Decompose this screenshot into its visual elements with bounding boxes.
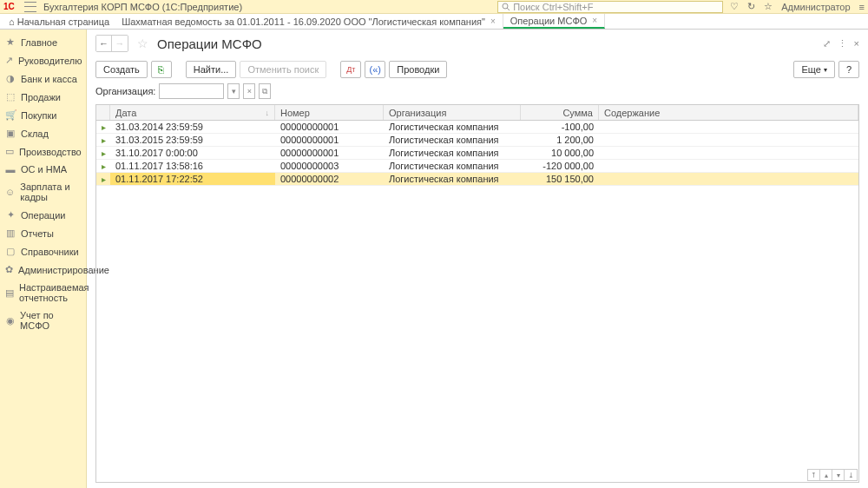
history-icon[interactable]: ↻ — [747, 1, 755, 12]
link-icon[interactable]: ⤢ — [823, 38, 831, 49]
data-grid: Дата↓ Номер Организация Сумма Содержание… — [95, 104, 859, 483]
search-placeholder: Поиск Ctrl+Shift+F — [513, 2, 593, 12]
settings-icon[interactable]: ≡ — [859, 2, 865, 12]
table-row[interactable]: ▸01.11.2017 17:22:5200000000002Логистиче… — [96, 173, 858, 186]
tab-label: Шахматная ведомость за 01.01.2011 - 16.0… — [122, 16, 485, 27]
menu-icon[interactable] — [24, 2, 36, 12]
close-icon[interactable]: × — [854, 38, 859, 49]
user-label[interactable]: Администратор — [781, 2, 850, 12]
app-logo: 1C — [3, 2, 21, 12]
sidebar-item-assets[interactable]: ▬ОС и НМА — [0, 161, 86, 178]
cell-date: 31.03.2014 23:59:59 — [110, 121, 275, 133]
cell-number: 00000000003 — [275, 160, 384, 172]
cell-number: 00000000001 — [275, 134, 384, 146]
col-org[interactable]: Организация — [384, 105, 521, 120]
col-icon[interactable] — [96, 105, 110, 120]
truck-icon: ▬ — [5, 164, 16, 175]
home-tab-label: Начальная страница — [17, 16, 109, 27]
sidebar-item-admin[interactable]: ✿Администрирование — [0, 260, 86, 279]
doc-icon: ▤ — [5, 287, 14, 299]
sidebar-item-production[interactable]: ▭Производство — [0, 142, 86, 161]
scroll-up-icon[interactable]: ▴ — [820, 470, 832, 480]
close-icon[interactable]: × — [592, 16, 597, 25]
cell-sum: -100,00 — [521, 121, 599, 133]
postings-button[interactable]: Проводки — [389, 61, 447, 78]
bell-icon[interactable]: ♡ — [730, 1, 739, 12]
cell-date: 31.10.2017 0:00:00 — [110, 147, 275, 159]
col-desc[interactable]: Содержание — [599, 105, 858, 120]
more-icon[interactable]: ⋮ — [838, 38, 847, 49]
sidebar-item-ifrs[interactable]: ◉Учет по МСФО — [0, 307, 86, 334]
favorite-icon[interactable]: ☆ — [137, 36, 148, 50]
dt-kt-button[interactable]: Дт — [340, 61, 361, 78]
bank-icon: ◑ — [5, 73, 16, 84]
nav-buttons: ← → — [95, 35, 128, 52]
cell-date: 01.11.2017 17:22:52 — [110, 173, 275, 185]
cell-sum: 1 200,00 — [521, 134, 599, 146]
cell-org: Логистическая компания — [384, 160, 521, 172]
table-row[interactable]: ▸01.11.2017 13:58:1600000000003Логистиче… — [96, 160, 858, 173]
doc-icon: ▸ — [102, 135, 106, 145]
cell-org: Логистическая компания — [384, 173, 521, 185]
star-icon[interactable]: ☆ — [764, 1, 773, 12]
cell-org: Логистическая компания — [384, 121, 521, 133]
more-button[interactable]: Еще — [793, 61, 834, 78]
home-tab[interactable]: ⌂ Начальная страница — [3, 14, 115, 29]
sidebar-item-manager[interactable]: ↗Руководителю — [0, 51, 86, 69]
table-row[interactable]: ▸31.03.2015 23:59:5900000000001Логистиче… — [96, 134, 858, 147]
doc-icon: ▸ — [102, 175, 106, 184]
sidebar-item-main[interactable]: ★Главное — [0, 33, 86, 51]
search-input[interactable]: Поиск Ctrl+Shift+F — [497, 1, 723, 13]
sidebar-item-custom-reports[interactable]: ▤Настраиваемая отчетность — [0, 279, 86, 307]
svg-line-1 — [507, 8, 510, 10]
col-number[interactable]: Номер — [275, 105, 384, 120]
org-clear-button[interactable]: × — [243, 83, 255, 99]
scroll-down-icon[interactable]: ▾ — [832, 470, 845, 480]
ops-icon: ✦ — [5, 209, 16, 221]
back-button[interactable]: ← — [96, 36, 112, 51]
sidebar-item-purchases[interactable]: 🛒Покупки — [0, 106, 86, 124]
org-label: Организация: — [95, 86, 155, 96]
factory-icon: ▭ — [5, 146, 14, 157]
cell-number: 00000000001 — [275, 121, 384, 133]
copy-button[interactable]: ⎘ — [151, 61, 172, 78]
scroll-top-icon[interactable]: ⤒ — [808, 470, 820, 480]
gear-icon: ✿ — [5, 264, 13, 275]
table-row[interactable]: ▸31.03.2014 23:59:5900000000001Логистиче… — [96, 121, 858, 134]
find-button[interactable]: Найти... — [186, 61, 237, 78]
org-link-button[interactable]: ⧉ — [259, 83, 271, 99]
cell-number: 00000000002 — [275, 173, 384, 185]
grid-body: ▸31.03.2014 23:59:5900000000001Логистиче… — [96, 121, 858, 186]
sidebar-item-reports[interactable]: ▥Отчеты — [0, 224, 86, 242]
tab-operations[interactable]: Операции МСФО × — [503, 14, 605, 29]
help-button[interactable]: ? — [838, 61, 859, 78]
table-row[interactable]: ▸31.10.2017 0:00:0000000000001Логистичес… — [96, 147, 858, 160]
col-date[interactable]: Дата↓ — [110, 105, 275, 120]
scroll-controls: ⤒ ▴ ▾ ⤓ — [807, 469, 858, 481]
page-header: ← → ☆ Операции МСФО ⤢ ⋮ × — [87, 30, 868, 57]
sidebar-item-sales[interactable]: ⬚Продажи — [0, 88, 86, 106]
app-title: Бухгалтерия КОРП МСФО (1С:Предприятие) — [43, 2, 497, 12]
sidebar-item-warehouse[interactable]: ▣Склад — [0, 124, 86, 142]
brackets-button[interactable]: («) — [365, 61, 385, 78]
tab-label: Операции МСФО — [510, 16, 588, 26]
sidebar-item-salary[interactable]: ☺Зарплата и кадры — [0, 178, 86, 206]
close-icon[interactable]: × — [490, 16, 496, 26]
create-button[interactable]: Создать — [95, 61, 148, 78]
tab-bar: ⌂ Начальная страница Шахматная ведомость… — [0, 14, 868, 30]
col-sum[interactable]: Сумма — [521, 105, 599, 120]
search-icon — [502, 3, 510, 11]
cell-desc — [599, 178, 858, 180]
titlebar-actions: ♡ ↻ ☆ Администратор ≡ — [730, 1, 865, 12]
sidebar-item-operations[interactable]: ✦Операции — [0, 206, 86, 224]
sidebar-item-refs[interactable]: ▢Справочники — [0, 242, 86, 260]
cart-icon: 🛒 — [5, 109, 16, 121]
forward-button[interactable]: → — [112, 36, 128, 51]
scroll-bottom-icon[interactable]: ⤓ — [845, 470, 857, 480]
org-dropdown-button[interactable]: ▾ — [227, 83, 240, 99]
sidebar: ★Главное ↗Руководителю ◑Банк и касса ⬚Пр… — [0, 30, 87, 488]
globe-icon: ◉ — [5, 315, 15, 326]
org-field[interactable] — [159, 83, 224, 99]
tab-report[interactable]: Шахматная ведомость за 01.01.2011 - 16.0… — [115, 14, 503, 29]
sidebar-item-bank[interactable]: ◑Банк и касса — [0, 69, 86, 88]
